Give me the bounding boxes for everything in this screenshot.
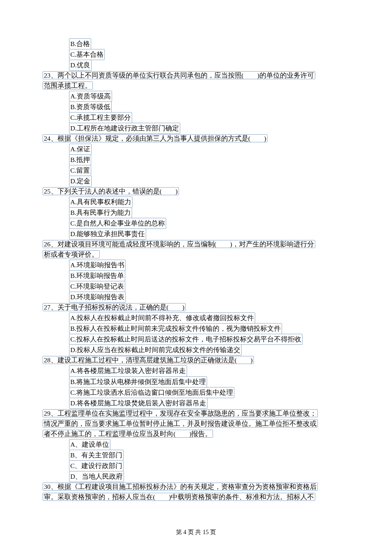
option-d: D.定金 <box>69 176 92 187</box>
option-d: D.环境影响报告表 <box>69 292 126 303</box>
option-c: C、建设行政部门 <box>69 460 124 471</box>
option-a: A.投标人在投标截止时间前不得补充、修改或者撤回投标文件 <box>69 312 255 324</box>
question-25-options: A.具有民事权利能力 B.具有民事行为能力 C.是自然人和企事业单位的总称 D.… <box>43 197 349 239</box>
question-28-options: A.将各楼层施工垃圾装入密封容器吊走 B.将施工垃圾从电梯井倾倒至地面后集中处理… <box>43 365 349 408</box>
question-29-stem-line2: 情况严重的，应当要求施工单位暂时停止施工，并及时报告建设单位。施工单位拒不整改或 <box>43 419 318 428</box>
option-d: D.能够独立承担民事责任 <box>69 228 146 240</box>
question-29: 29、工程监理单位在实施监理过程中，发现存在安全事故隐患的，应当要求施工单位整改… <box>43 408 349 439</box>
question-29-stem-line1: 29、工程监理单位在实施监理过程中，发现存在安全事故隐患的，应当要求施工单位整改… <box>43 409 318 417</box>
question-26-stem-line1: 26、对建设项目环境可能造成轻度环境影响的，应当编制( )，对产生的环境影响进行… <box>43 240 315 248</box>
option-a: A、建设单位 <box>69 439 110 450</box>
question-26: 26、对建设项目环境可能造成轻度环境影响的，应当编制( )，对产生的环境影响进行… <box>43 239 349 260</box>
option-c: C.将施工垃圾洒水后沿临边窗口倾倒至地面后集中处理 <box>69 387 234 398</box>
option-a: A.环境影响报告书 <box>69 260 126 271</box>
option-d: D.优良 <box>69 60 92 71</box>
question-24-options: A.保证 B.抵押 C.留置 D.定金 <box>43 144 349 186</box>
question-26-options: A.环境影响报告书 B.环境影响报告单 C.环境影响登记表 D.环境影响报告表 <box>43 260 349 302</box>
option-b: B.投标人在投标截止时间前未完成投标文件传输的，视为撤销投标文件 <box>69 323 282 334</box>
option-c: C.环境影响登记表 <box>69 281 125 292</box>
option-b: B.环境影响报告单 <box>69 270 125 281</box>
option-b: B.具有民事行为能力 <box>69 207 132 218</box>
option-b: B.资质等级低 <box>69 101 112 113</box>
option-a: A.具有民事权利能力 <box>69 197 133 208</box>
option-b: B.将施工垃圾从电梯井倾倒至地面后集中处理 <box>69 376 207 387</box>
option-a: A.保证 <box>69 144 92 155</box>
option-c: C.投标人在投标截止时间后送达的投标文件，电子招标投标交易平台不得拒收 <box>69 334 303 345</box>
option-d: D.投标人应当在投标截止时间前完成投标文件的传输递交 <box>69 344 242 356</box>
question-24-stem: 24、根据《担保法》规定，必须由第三人为当事人提供担保的方式是( ) <box>43 134 268 142</box>
option-d: D.工程所在地建设行政主管部门确定 <box>69 123 180 134</box>
question-25: 25、下列关于法人的表述中，错误的是( ) <box>43 186 349 197</box>
question-27-options: A.投标人在投标截止时间前不得补充、修改或者撤回投标文件 B.投标人在投标截止时… <box>43 312 349 355</box>
option-b: B.抵押 <box>69 154 91 165</box>
question-27: 27、关于电子招标投标的说法，正确的是( ) <box>43 302 349 312</box>
question-28: 28、建设工程施工过程中，清理高层建筑施工垃圾的正确做法是( ) <box>43 355 349 365</box>
option-c: C.是自然人和企事业单位的总称 <box>69 218 166 229</box>
option-a: A.将各楼层施工垃圾装入密封容器吊走 <box>69 365 187 376</box>
question-27-stem: 27、关于电子招标投标的说法，正确的是( ) <box>43 303 186 311</box>
option-a: A.资质等级高 <box>69 91 112 102</box>
question-30: 30、根据《工程建设项目施工招标投标办法》的有关规定，资格审查分为资格预审和资格… <box>43 482 349 502</box>
document-page: B.合格 C.基本合格 D.优良 23、两个以上不同资质等级的单位实行联合共同承… <box>0 0 392 555</box>
question-26-stem-line2: 析或者专项评价。 <box>43 250 100 258</box>
option-b: B.合格 <box>69 38 91 49</box>
question-28-stem: 28、建设工程施工过程中，清理高层建筑施工垃圾的正确做法是( ) <box>43 356 254 364</box>
question-23-options: A.资质等级高 B.资质等级低 C.承揽工程主要部分 D.工程所在地建设行政主管… <box>43 91 349 133</box>
option-c: C.承揽工程主要部分 <box>69 112 132 123</box>
question-29-stem-line3: 者不停止施工的，工程监理单位应当及时向( )报告。 <box>43 430 213 438</box>
question-23-stem-line2: 范围承揽工程。 <box>43 81 93 90</box>
page-footer: 第 4 页 共 15 页 <box>0 528 392 537</box>
question-25-stem: 25、下列关于法人的表述中，错误的是( ) <box>43 187 179 195</box>
question-30-stem-line2: 审。采取资格预审的，招标人应当在( )中载明资格预审的条件、标准和方法。招标人不 <box>43 493 315 501</box>
question-30-stem-line1: 30、根据《工程建设项目施工招标投标办法》的有关规定，资格审查分为资格预审和资格… <box>43 483 318 491</box>
question-23-stem-line1: 23、两个以上不同资质等级的单位实行联合共同承包的，应当按照( )的单位的业务许… <box>43 71 315 79</box>
option-b: B、有关主管部门 <box>69 450 124 461</box>
orphan-options-block: B.合格 C.基本合格 D.优良 <box>43 38 349 70</box>
option-d: D.将各楼层施工垃圾焚烧后装入密封容器吊走 <box>69 398 208 409</box>
question-24: 24、根据《担保法》规定，必须由第三人为当事人提供担保的方式是( ) <box>43 133 349 144</box>
option-d: D、当地人民政府 <box>69 471 124 482</box>
question-23: 23、两个以上不同资质等级的单位实行联合共同承包的，应当按照( )的单位的业务许… <box>43 70 349 91</box>
option-c: C.基本合格 <box>69 49 105 60</box>
option-c: C.留置 <box>69 165 91 176</box>
question-29-options: A、建设单位 B、有关主管部门 C、建设行政部门 D、当地人民政府 <box>43 439 349 482</box>
